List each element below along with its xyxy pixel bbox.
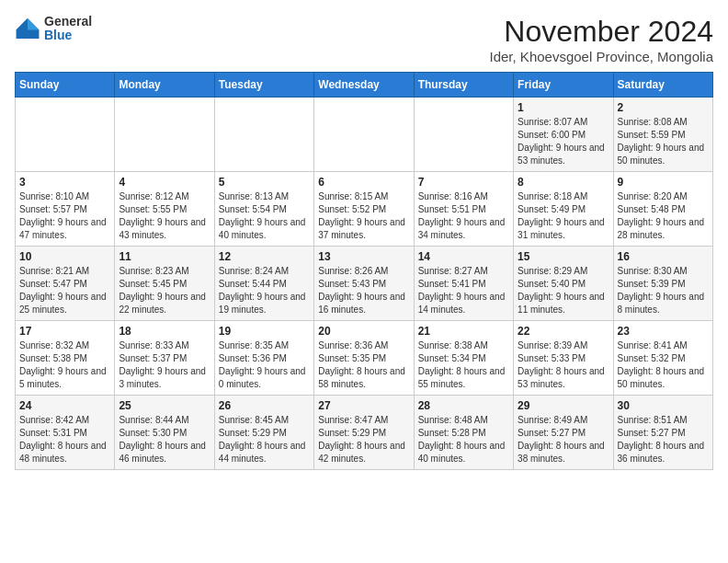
day-number: 18 [119, 325, 210, 338]
day-detail: Sunrise: 8:51 AM Sunset: 5:27 PM Dayligh… [618, 415, 705, 464]
day-number: 1 [518, 101, 609, 114]
day-detail: Sunrise: 8:08 AM Sunset: 5:59 PM Dayligh… [618, 117, 705, 166]
calendar-cell: 25Sunrise: 8:44 AM Sunset: 5:30 PM Dayli… [115, 396, 214, 470]
calendar-cell: 6Sunrise: 8:15 AM Sunset: 5:52 PM Daylig… [314, 172, 414, 247]
calendar-cell: 11Sunrise: 8:23 AM Sunset: 5:45 PM Dayli… [115, 247, 214, 321]
calendar-cell: 10Sunrise: 8:21 AM Sunset: 5:47 PM Dayli… [16, 247, 115, 321]
calendar-cell [214, 98, 313, 172]
calendar-cell: 2Sunrise: 8:08 AM Sunset: 5:59 PM Daylig… [613, 98, 712, 172]
day-detail: Sunrise: 8:16 AM Sunset: 5:51 PM Dayligh… [418, 191, 506, 240]
day-detail: Sunrise: 8:26 AM Sunset: 5:43 PM Dayligh… [318, 266, 405, 315]
day-number: 4 [119, 176, 210, 189]
calendar-cell: 26Sunrise: 8:45 AM Sunset: 5:29 PM Dayli… [214, 396, 313, 470]
svg-marker-2 [17, 19, 28, 30]
calendar-cell: 8Sunrise: 8:18 AM Sunset: 5:49 PM Daylig… [514, 172, 613, 247]
day-number: 21 [418, 325, 509, 338]
calendar-cell: 16Sunrise: 8:30 AM Sunset: 5:39 PM Dayli… [613, 247, 712, 321]
day-detail: Sunrise: 8:18 AM Sunset: 5:49 PM Dayligh… [518, 191, 605, 240]
day-number: 20 [318, 325, 409, 338]
calendar-cell: 15Sunrise: 8:29 AM Sunset: 5:40 PM Dayli… [514, 247, 613, 321]
logo-text: General Blue [44, 15, 92, 43]
calendar-cell: 27Sunrise: 8:47 AM Sunset: 5:29 PM Dayli… [314, 396, 414, 470]
day-number: 24 [19, 399, 110, 412]
day-number: 2 [618, 101, 709, 114]
header-friday: Friday [514, 73, 613, 98]
calendar-cell: 21Sunrise: 8:38 AM Sunset: 5:34 PM Dayli… [414, 321, 513, 396]
header-wednesday: Wednesday [314, 73, 414, 98]
day-detail: Sunrise: 8:27 AM Sunset: 5:41 PM Dayligh… [418, 266, 506, 315]
day-number: 26 [219, 399, 310, 412]
calendar-cell: 23Sunrise: 8:41 AM Sunset: 5:32 PM Dayli… [613, 321, 712, 396]
calendar-week-5: 24Sunrise: 8:42 AM Sunset: 5:31 PM Dayli… [16, 396, 713, 470]
calendar-cell: 24Sunrise: 8:42 AM Sunset: 5:31 PM Dayli… [16, 396, 115, 470]
calendar-cell: 9Sunrise: 8:20 AM Sunset: 5:48 PM Daylig… [613, 172, 712, 247]
day-detail: Sunrise: 8:41 AM Sunset: 5:32 PM Dayligh… [618, 340, 705, 389]
calendar-header-row: SundayMondayTuesdayWednesdayThursdayFrid… [16, 73, 713, 98]
header-saturday: Saturday [613, 73, 712, 98]
day-number: 5 [219, 176, 310, 189]
day-detail: Sunrise: 8:47 AM Sunset: 5:29 PM Dayligh… [318, 415, 405, 464]
day-number: 11 [119, 250, 210, 263]
logo: General Blue [15, 15, 92, 43]
calendar-cell: 4Sunrise: 8:12 AM Sunset: 5:55 PM Daylig… [115, 172, 214, 247]
day-number: 22 [518, 325, 609, 338]
day-detail: Sunrise: 8:10 AM Sunset: 5:57 PM Dayligh… [19, 191, 107, 240]
day-detail: Sunrise: 8:39 AM Sunset: 5:33 PM Dayligh… [518, 340, 605, 389]
day-detail: Sunrise: 8:42 AM Sunset: 5:31 PM Dayligh… [19, 415, 107, 464]
day-number: 7 [418, 176, 509, 189]
day-number: 3 [19, 176, 110, 189]
day-detail: Sunrise: 8:48 AM Sunset: 5:28 PM Dayligh… [418, 415, 506, 464]
day-number: 27 [318, 399, 409, 412]
calendar-cell: 14Sunrise: 8:27 AM Sunset: 5:41 PM Dayli… [414, 247, 513, 321]
day-number: 30 [618, 399, 709, 412]
day-detail: Sunrise: 8:29 AM Sunset: 5:40 PM Dayligh… [518, 266, 605, 315]
day-detail: Sunrise: 8:44 AM Sunset: 5:30 PM Dayligh… [119, 415, 206, 464]
page-title: November 2024 [490, 15, 713, 49]
day-detail: Sunrise: 8:07 AM Sunset: 6:00 PM Dayligh… [518, 117, 605, 166]
calendar-cell: 18Sunrise: 8:33 AM Sunset: 5:37 PM Dayli… [115, 321, 214, 396]
day-detail: Sunrise: 8:38 AM Sunset: 5:34 PM Dayligh… [418, 340, 506, 389]
calendar-cell: 19Sunrise: 8:35 AM Sunset: 5:36 PM Dayli… [214, 321, 313, 396]
day-detail: Sunrise: 8:32 AM Sunset: 5:38 PM Dayligh… [19, 340, 107, 389]
day-number: 25 [119, 399, 210, 412]
day-number: 6 [318, 176, 409, 189]
day-number: 29 [518, 399, 609, 412]
calendar-cell: 5Sunrise: 8:13 AM Sunset: 5:54 PM Daylig… [214, 172, 313, 247]
calendar-cell: 13Sunrise: 8:26 AM Sunset: 5:43 PM Dayli… [314, 247, 414, 321]
calendar-cell: 17Sunrise: 8:32 AM Sunset: 5:38 PM Dayli… [16, 321, 115, 396]
day-detail: Sunrise: 8:33 AM Sunset: 5:37 PM Dayligh… [119, 340, 206, 389]
day-detail: Sunrise: 8:24 AM Sunset: 5:44 PM Dayligh… [219, 266, 306, 315]
day-detail: Sunrise: 8:12 AM Sunset: 5:55 PM Dayligh… [119, 191, 206, 240]
calendar-cell: 20Sunrise: 8:36 AM Sunset: 5:35 PM Dayli… [314, 321, 414, 396]
day-number: 9 [618, 176, 709, 189]
day-number: 19 [219, 325, 310, 338]
calendar-cell: 3Sunrise: 8:10 AM Sunset: 5:57 PM Daylig… [16, 172, 115, 247]
day-number: 15 [518, 250, 609, 263]
logo-general: General [44, 15, 92, 29]
day-number: 23 [618, 325, 709, 338]
calendar-cell: 7Sunrise: 8:16 AM Sunset: 5:51 PM Daylig… [414, 172, 513, 247]
calendar-cell: 12Sunrise: 8:24 AM Sunset: 5:44 PM Dayli… [214, 247, 313, 321]
day-number: 16 [618, 250, 709, 263]
day-detail: Sunrise: 8:49 AM Sunset: 5:27 PM Dayligh… [518, 415, 605, 464]
day-number: 8 [518, 176, 609, 189]
day-detail: Sunrise: 8:30 AM Sunset: 5:39 PM Dayligh… [618, 266, 705, 315]
calendar-cell [314, 98, 414, 172]
day-number: 14 [418, 250, 509, 263]
calendar-week-1: 1Sunrise: 8:07 AM Sunset: 6:00 PM Daylig… [16, 98, 713, 172]
header-sunday: Sunday [16, 73, 115, 98]
calendar-cell: 30Sunrise: 8:51 AM Sunset: 5:27 PM Dayli… [613, 396, 712, 470]
page-header: General Blue November 2024 Ider, Khoevsg… [15, 15, 713, 64]
header-monday: Monday [115, 73, 214, 98]
logo-icon [15, 16, 40, 41]
calendar-week-3: 10Sunrise: 8:21 AM Sunset: 5:47 PM Dayli… [16, 247, 713, 321]
logo-blue: Blue [44, 29, 92, 42]
page-subtitle: Ider, Khoevsgoel Province, Mongolia [490, 49, 713, 64]
day-number: 17 [19, 325, 110, 338]
day-number: 13 [318, 250, 409, 263]
svg-marker-1 [28, 19, 39, 30]
day-detail: Sunrise: 8:45 AM Sunset: 5:29 PM Dayligh… [219, 415, 306, 464]
title-block: November 2024 Ider, Khoevsgoel Province,… [490, 15, 713, 64]
day-detail: Sunrise: 8:35 AM Sunset: 5:36 PM Dayligh… [219, 340, 306, 389]
header-thursday: Thursday [414, 73, 513, 98]
